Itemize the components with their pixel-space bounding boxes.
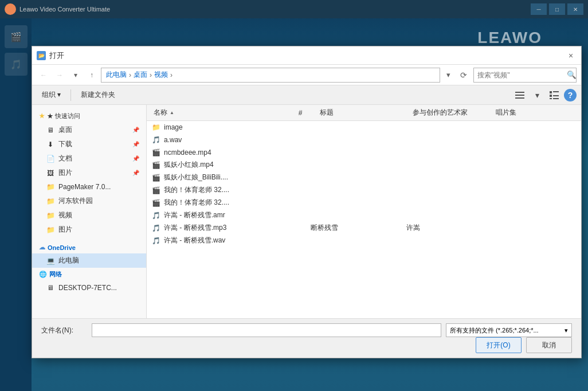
file-item-tiyulaoshi1[interactable]: 🎬 我的！体育老师 32.... [147,184,581,197]
file-item-image[interactable]: 📁 image [147,121,581,134]
sidebar-item-pagemaker[interactable]: 📁 PageMaker 7.0... [32,180,146,194]
file-item-awav[interactable]: 🎵 a.wav [147,134,581,146]
folder-icon-image-row: 📁 [151,123,160,132]
content-area: ★ ★ 快速访问 🖥 桌面 📌 ⬇ 下载 📌 📄 文档 📌 🖼 图片 [32,105,581,318]
col-album-header[interactable]: 唱片集 [493,105,577,120]
dialog-footer: 文件名(N): 所有支持的文件 (*.265;*.264;*... ▾ [32,318,581,337]
folder-icon-pagemaker: 📁 [46,182,55,191]
audio-icon-xusong-mp3: 🎵 [151,224,160,233]
network-icon: 🌐 [39,271,47,278]
search-button[interactable]: 🔍 [567,68,577,82]
col-artist-header[interactable]: 参与创作的艺术家 [410,105,493,120]
pin-icon-documents: 📌 [132,155,139,162]
documents-icon: 📄 [46,154,55,163]
file-item-tiyulaoshi2[interactable]: 🎬 我的！体育老师 32.... [147,197,581,209]
thispc-icon: 💻 [46,256,55,265]
audio-icon-xusong-wav: 🎵 [151,236,160,245]
file-item-ncmbdeee[interactable]: 🎬 ncmbdeee.mp4 [147,146,581,159]
filetype-dropdown[interactable]: 所有支持的文件 (*.265;*.264;*... ▾ [446,323,572,337]
pin-icon-desktop: 📌 [132,127,139,133]
file-item-xusong-mp3[interactable]: 🎵 许嵩 - 断桥残雪.mp3 断桥残雪 许嵩 [147,222,581,234]
audio-icon-xusong-amr: 🎵 [151,211,160,220]
open-dialog: 📂 打开 × ← → ▾ ↑ 此电脑 › 桌面 › 视频 › ▾ ⟳ 🔍 组织 … [32,46,582,358]
nav-recent-button[interactable]: ▾ [69,68,83,82]
toolbar-right: ▾ ? [512,88,577,103]
toolbar-separator [70,89,71,101]
address-bar[interactable]: 此电脑 › 桌面 › 视频 › [101,68,440,83]
file-list-header: 名称 ▲ # 标题 参与创作的艺术家 唱片集 [147,105,581,121]
breadcrumb-desktop[interactable]: 桌面 [132,70,148,80]
minimize-btn[interactable]: ─ [531,3,547,15]
app-logo [5,3,16,15]
sidebar-item-desktop-pc[interactable]: 🖥 DESKTOP-7ETC... [32,281,146,295]
svg-rect-7 [550,98,552,99]
folder-icon-hedong: 📁 [46,197,55,206]
sidebar-item-hedong[interactable]: 📁 河东软件园 [32,194,146,208]
file-list: 📁 image 🎵 a.wav [147,121,581,318]
pictures-icon: 🖼 [46,169,55,178]
filename-input[interactable] [92,323,441,337]
view-dropdown-button[interactable]: ▾ [530,88,544,103]
dialog-close-button[interactable]: × [565,50,577,61]
app-icon-film[interactable]: 🎬 [5,25,28,48]
refresh-button[interactable]: ⟳ [456,68,471,83]
search-input[interactable] [474,71,567,79]
filename-label: 文件名(N): [41,326,87,335]
help-button[interactable]: ? [564,89,577,101]
video-icon-huyao1: 🎬 [151,161,160,170]
sidebar-item-documents[interactable]: 📄 文档 📌 [32,151,146,166]
cancel-button[interactable]: 取消 [526,337,572,353]
nav-forward-button[interactable]: → [53,68,66,82]
pin-icon-downloads: 📌 [132,141,139,147]
new-folder-button[interactable]: 新建文件夹 [76,88,120,103]
svg-rect-6 [553,95,559,96]
maximize-btn[interactable]: □ [549,3,565,15]
breadcrumb-video[interactable]: 视频 [153,70,169,80]
sidebar-item-video-folder[interactable]: 📁 视频 [32,208,146,222]
view-details-button[interactable] [547,88,562,103]
organize-button[interactable]: 组织 ▾ [37,88,66,103]
svg-rect-1 [515,95,524,96]
svg-rect-5 [550,95,552,97]
video-icon-ncmbdeee: 🎬 [151,148,160,157]
audio-icon-awav: 🎵 [151,135,160,144]
dialog-title-icon: 📂 [37,51,46,60]
video-icon-tiyu2: 🎬 [151,198,160,208]
view-list-button[interactable] [512,88,527,103]
sidebar-onedrive-header[interactable]: ☁ OneDrive [32,241,146,253]
file-item-xusong-amr[interactable]: 🎵 许嵩 - 断桥残雪.amr [147,209,581,222]
col-number-header[interactable]: # [296,105,317,120]
sidebar-item-pictures[interactable]: 🖼 图片 📌 [32,166,146,180]
sidebar-item-downloads[interactable]: ⬇ 下载 📌 [32,137,146,151]
sidebar-network-header[interactable]: 🌐 网络 [32,268,146,281]
pin-icon-pictures: 📌 [132,170,139,176]
filename-row: 文件名(N): 所有支持的文件 (*.265;*.264;*... ▾ [41,323,572,337]
sidebar-item-image-folder[interactable]: 📁 图片 [32,222,146,237]
sidebar-quick-access-header[interactable]: ★ ★ 快速访问 [32,110,146,123]
nav-back-button[interactable]: ← [37,68,50,82]
dialog-titlebar: 📂 打开 × [32,46,581,65]
col-title-header[interactable]: 标题 [317,105,411,120]
video-icon-huyao-bili: 🎬 [151,173,160,182]
open-button[interactable]: 打开(O) [476,337,522,353]
file-area: 名称 ▲ # 标题 参与创作的艺术家 唱片集 [147,105,581,318]
folder-icon-video: 📁 [46,211,55,220]
app-left-sidebar: 🎬 🎵 [0,18,32,391]
svg-rect-4 [553,91,559,92]
col-name-header[interactable]: 名称 ▲ [151,105,296,120]
file-item-huyao1[interactable]: 🎬 狐妖小红娘.mp4 [147,159,581,171]
app-icon-music[interactable]: 🎵 [5,53,28,76]
file-item-huyao-bili[interactable]: 🎬 狐妖小红娘_BiliBili.... [147,171,581,184]
sidebar: ★ ★ 快速访问 🖥 桌面 📌 ⬇ 下载 📌 📄 文档 📌 🖼 图片 [32,105,147,318]
address-dropdown-button[interactable]: ▾ [442,68,454,82]
file-item-xusong-wav[interactable]: 🎵 许嵩 - 断桥残雪.wav [147,234,581,247]
star-icon: ★ [39,112,45,120]
sidebar-item-thispc[interactable]: 💻 此电脑 [32,253,146,268]
nav-up-button[interactable]: ↑ [85,68,99,82]
desktop-icon: 🖥 [46,126,55,135]
sidebar-item-desktop[interactable]: 🖥 桌面 📌 [32,123,146,137]
downloads-icon: ⬇ [46,140,55,149]
close-btn[interactable]: ✕ [567,3,583,15]
app-titlebar: Leawo Video Converter Ultimate ─ □ ✕ [0,0,588,18]
breadcrumb-pc[interactable]: 此电脑 [105,70,128,80]
